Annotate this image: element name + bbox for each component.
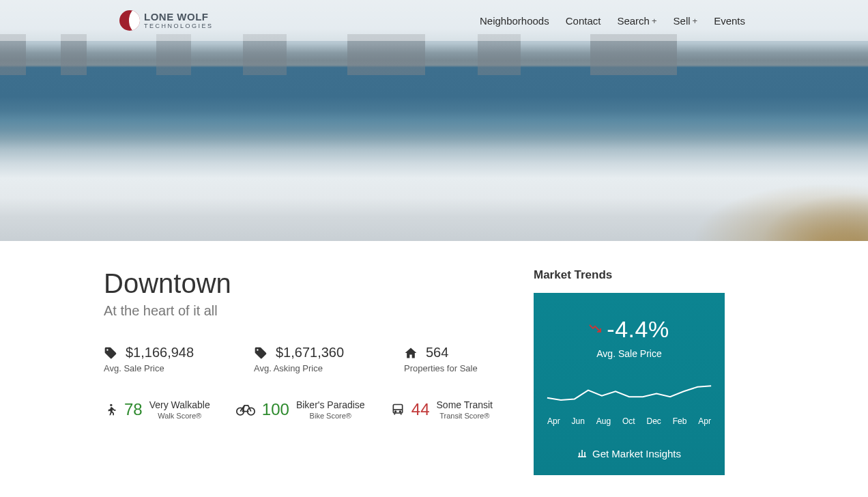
svg-point-0 — [110, 404, 112, 406]
avg-sale-value: $1,166,948 — [126, 345, 194, 360]
score-row: 78 Very Walkable Walk Score® 100 Biker's… — [104, 399, 493, 421]
nav-contact-label: Contact — [566, 15, 601, 27]
stat-avg-sale: $1,166,948 Avg. Sale Price — [104, 345, 227, 373]
content: Downtown At the heart of it all $1,166,9… — [0, 241, 868, 496]
bike-score-value: 100 — [262, 400, 289, 419]
get-market-insights-button[interactable]: Get Market Insights — [577, 448, 681, 459]
transit-score: 44 Some Transit Transit Score® — [391, 399, 493, 421]
nav-contact[interactable]: Contact — [566, 15, 601, 27]
stat-row: $1,166,948 Avg. Sale Price $1,671,360 Av… — [104, 345, 493, 373]
month-label: Oct — [622, 416, 635, 426]
brand-subtitle: TECHNOLOGIES — [144, 23, 214, 29]
market-trends-panel: Market Trends -4.4% Avg. Sale Price Apr … — [534, 268, 725, 475]
month-label: Dec — [647, 416, 661, 426]
nav-sell-label: Sell — [674, 15, 691, 27]
nav-search-label: Search — [617, 15, 650, 27]
grass-decor — [663, 91, 868, 241]
neighborhood-panel: Downtown At the heart of it all $1,166,9… — [104, 268, 493, 421]
sparkline-chart — [546, 377, 712, 407]
month-label: Feb — [673, 416, 687, 426]
market-trends-title: Market Trends — [534, 268, 725, 282]
brand-logo[interactable]: LONE WOLF TECHNOLOGIES — [119, 10, 214, 31]
nav-search[interactable]: Search+ — [617, 15, 656, 27]
plus-icon: + — [652, 16, 657, 26]
transit-score-desc: Some Transit — [437, 399, 493, 410]
walk-score-value: 78 — [124, 400, 143, 419]
avg-asking-label: Avg. Asking Price — [254, 363, 377, 373]
avg-asking-value: $1,671,360 — [276, 345, 344, 360]
nav-events-label: Events — [714, 15, 745, 27]
hero-banner: LONE WOLF TECHNOLOGIES Neighborhoods Con… — [0, 0, 868, 241]
market-change-label: Avg. Sale Price — [546, 348, 712, 359]
nav-neighborhoods-label: Neighborhoods — [480, 15, 549, 27]
transit-score-sub: Transit Score® — [437, 412, 493, 421]
brand-name: LONE WOLF — [144, 12, 214, 22]
plus-icon: + — [693, 16, 698, 26]
sparkline-months: Apr Jun Aug Oct Dec Feb Apr — [546, 416, 712, 426]
market-trends-card: -4.4% Avg. Sale Price Apr Jun Aug Oct De… — [534, 293, 725, 475]
trend-down-icon — [589, 324, 601, 336]
market-change-value: -4.4% — [607, 316, 669, 343]
walk-score: 78 Very Walkable Walk Score® — [104, 399, 210, 421]
neighborhood-title: Downtown — [104, 268, 493, 299]
svg-point-5 — [395, 411, 396, 412]
stat-for-sale: 564 Properties for Sale — [404, 345, 527, 373]
walk-icon — [104, 403, 117, 416]
tag-icon — [104, 346, 117, 360]
bar-chart-icon — [577, 448, 587, 459]
home-icon — [404, 346, 418, 360]
walk-score-desc: Very Walkable — [149, 399, 210, 410]
for-sale-label: Properties for Sale — [404, 363, 527, 373]
bike-score-desc: Biker's Paradise — [296, 399, 365, 410]
month-label: Aug — [596, 416, 611, 426]
avg-sale-label: Avg. Sale Price — [104, 363, 227, 373]
neighborhood-tagline: At the heart of it all — [104, 303, 493, 319]
logo-text: LONE WOLF TECHNOLOGIES — [144, 12, 214, 29]
topbar: LONE WOLF TECHNOLOGIES Neighborhoods Con… — [0, 0, 868, 41]
tag-icon — [254, 346, 267, 360]
month-label: Jun — [572, 416, 585, 426]
svg-line-8 — [401, 413, 401, 415]
bus-icon — [391, 403, 405, 416]
insights-label: Get Market Insights — [592, 448, 681, 459]
month-label: Apr — [547, 416, 560, 426]
transit-score-value: 44 — [411, 400, 430, 419]
nav-events[interactable]: Events — [714, 15, 745, 27]
nav-sell[interactable]: Sell+ — [674, 15, 698, 27]
main-nav: Neighborhoods Contact Search+ Sell+ Even… — [480, 15, 745, 27]
nav-neighborhoods[interactable]: Neighborhoods — [480, 15, 549, 27]
for-sale-value: 564 — [426, 345, 448, 360]
logo-icon — [119, 10, 140, 31]
bike-score: 100 Biker's Paradise Bike Score® — [236, 399, 365, 421]
walk-score-sub: Walk Score® — [149, 412, 210, 421]
svg-point-6 — [399, 411, 401, 412]
bike-score-sub: Bike Score® — [296, 412, 365, 421]
month-label: Apr — [698, 416, 711, 426]
svg-line-7 — [394, 413, 395, 415]
bike-icon — [236, 403, 255, 416]
stat-avg-asking: $1,671,360 Avg. Asking Price — [254, 345, 377, 373]
